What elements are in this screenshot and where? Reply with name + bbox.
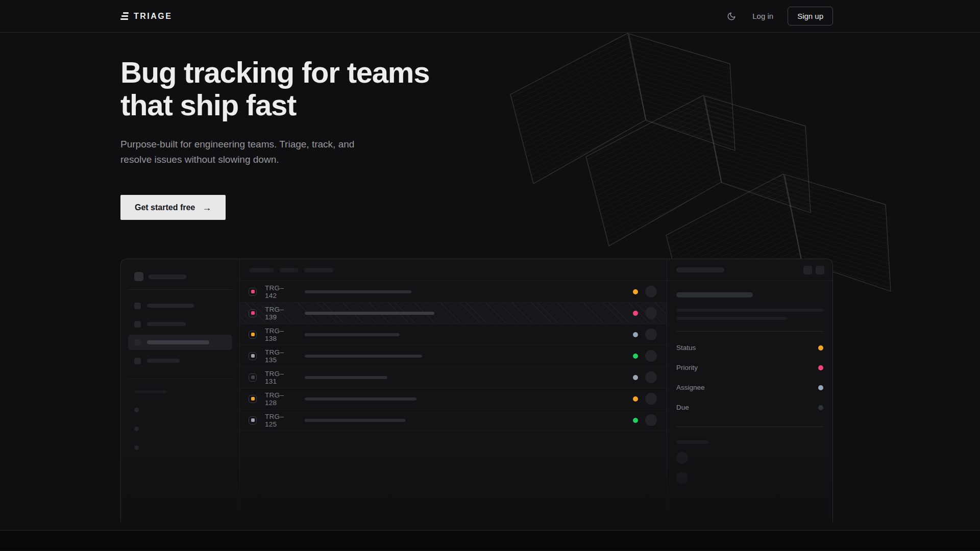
hero-section: Bug tracking for teams that ship fast Pu… xyxy=(0,33,980,531)
issue-title-skeleton xyxy=(676,292,753,297)
activity-section-skeleton xyxy=(676,440,709,444)
issue-title-skeleton xyxy=(305,312,434,315)
issue-type-dot xyxy=(251,397,255,400)
issue-title-skeleton xyxy=(305,355,422,358)
issue-status-dot xyxy=(633,375,638,380)
field-label: Status xyxy=(676,344,696,352)
workspace-switcher[interactable] xyxy=(121,272,239,281)
sidebar-item-skeleton xyxy=(147,322,186,326)
triage-logo-icon xyxy=(120,12,129,20)
issue-row-right xyxy=(633,286,657,297)
issue-title-skeleton xyxy=(305,376,387,379)
sidebar-item-active[interactable] xyxy=(128,335,232,350)
sidebar-item[interactable] xyxy=(128,298,232,313)
divider xyxy=(676,427,823,427)
signup-button[interactable]: Sign up xyxy=(788,7,833,26)
issue-type-dot xyxy=(251,354,255,358)
workspace-icon xyxy=(134,272,143,281)
get-started-button[interactable]: Get started free → xyxy=(120,195,226,220)
field-label: Due xyxy=(676,404,689,411)
theme-toggle-button[interactable] xyxy=(725,10,738,23)
activity-avatar xyxy=(676,472,688,484)
detail-panel-body: Status Priority Assignee Due xyxy=(667,281,832,484)
field-label: Assignee xyxy=(676,384,705,391)
issue-id: TRG–138 xyxy=(265,327,290,342)
sidebar-item-icon xyxy=(134,303,141,309)
detail-field-row[interactable]: Priority xyxy=(676,364,823,371)
assignee-avatar xyxy=(645,286,657,297)
issue-id: TRG–131 xyxy=(265,370,290,385)
detail-field-row[interactable]: Assignee xyxy=(676,384,823,391)
issue-type-dot xyxy=(251,375,255,379)
detail-field-row[interactable]: Due xyxy=(676,404,823,411)
panel-action-icon[interactable] xyxy=(803,266,812,274)
issue-row[interactable]: TRG–125 xyxy=(240,410,667,431)
arrow-right-icon: → xyxy=(202,203,211,212)
field-label: Priority xyxy=(676,364,698,371)
issue-row[interactable]: TRG–135 xyxy=(240,345,667,367)
panel-action-icon[interactable] xyxy=(816,266,824,274)
sidebar-item-icon xyxy=(134,358,141,364)
issue-id: TRG–125 xyxy=(265,413,290,428)
sidebar-dot-item[interactable] xyxy=(134,408,139,412)
issue-status-dot xyxy=(633,396,638,402)
issue-list: TRG–142 TRG–139 TRG–138 TRG–135 xyxy=(240,259,667,522)
mockup-sidebar xyxy=(121,259,240,522)
issue-row-right xyxy=(633,350,657,362)
issue-row[interactable]: TRG–131 xyxy=(240,367,667,388)
sidebar-dot-item[interactable] xyxy=(134,445,139,450)
issue-type-dot xyxy=(251,311,255,315)
issue-type-dot xyxy=(251,290,255,293)
hero-heading: Bug tracking for teams that ship fast xyxy=(120,56,833,121)
issue-id: TRG–128 xyxy=(265,391,290,407)
issue-row[interactable]: TRG–139 xyxy=(240,303,667,324)
login-link[interactable]: Log in xyxy=(752,12,773,20)
activity-avatar xyxy=(676,452,688,464)
issue-type-icon xyxy=(249,373,257,382)
issue-type-icon xyxy=(249,395,257,403)
sidebar-item-icon xyxy=(134,339,141,346)
sidebar-item-skeleton xyxy=(147,340,209,344)
issue-type-icon xyxy=(249,288,257,296)
sidebar-item[interactable] xyxy=(128,316,232,332)
panel-title-skeleton xyxy=(676,267,724,272)
moon-icon xyxy=(727,12,736,21)
issue-row-right xyxy=(633,329,657,340)
list-tab-skeleton[interactable] xyxy=(250,268,274,272)
list-tab-skeleton[interactable] xyxy=(280,268,298,272)
sidebar-item-skeleton xyxy=(147,359,180,363)
issue-title-skeleton xyxy=(305,290,411,293)
issue-row-right xyxy=(633,371,657,383)
field-value-dot xyxy=(818,385,823,390)
sidebar-item-icon xyxy=(134,321,141,328)
detail-field-row[interactable]: Status xyxy=(676,344,823,352)
divider xyxy=(676,331,823,332)
issue-status-dot xyxy=(633,289,638,294)
issue-id: TRG–135 xyxy=(265,348,290,364)
issue-detail-panel: Status Priority Assignee Due xyxy=(667,259,832,522)
landing-page: TRIAGE Log in Sign up xyxy=(0,0,980,550)
issue-row-right xyxy=(633,414,657,426)
page-footer xyxy=(0,531,980,550)
workspace-name-skeleton xyxy=(149,274,186,279)
sidebar-item[interactable] xyxy=(128,353,232,368)
assignee-avatar xyxy=(645,350,657,362)
panel-actions xyxy=(803,266,824,274)
brand[interactable]: TRIAGE xyxy=(120,12,172,21)
sidebar-section-skeleton xyxy=(134,390,166,393)
issue-status-dot xyxy=(633,354,638,359)
description-line-skeleton xyxy=(676,309,824,312)
issue-status-dot xyxy=(633,418,638,423)
issue-row[interactable]: TRG–142 xyxy=(240,281,667,303)
app-mockup: TRG–142 TRG–139 TRG–138 TRG–135 xyxy=(120,259,833,522)
issue-status-dot xyxy=(633,311,638,316)
hero-subtext: Purpose-built for engineering teams. Tri… xyxy=(120,137,360,167)
issue-row[interactable]: TRG–128 xyxy=(240,388,667,410)
assignee-avatar xyxy=(645,307,657,319)
issue-row[interactable]: TRG–138 xyxy=(240,324,667,345)
issue-type-icon xyxy=(249,309,257,317)
sidebar-dot-item[interactable] xyxy=(134,427,139,431)
assignee-avatar xyxy=(645,393,657,405)
issue-id: TRG–142 xyxy=(265,284,290,299)
list-tab-skeleton[interactable] xyxy=(304,268,333,272)
